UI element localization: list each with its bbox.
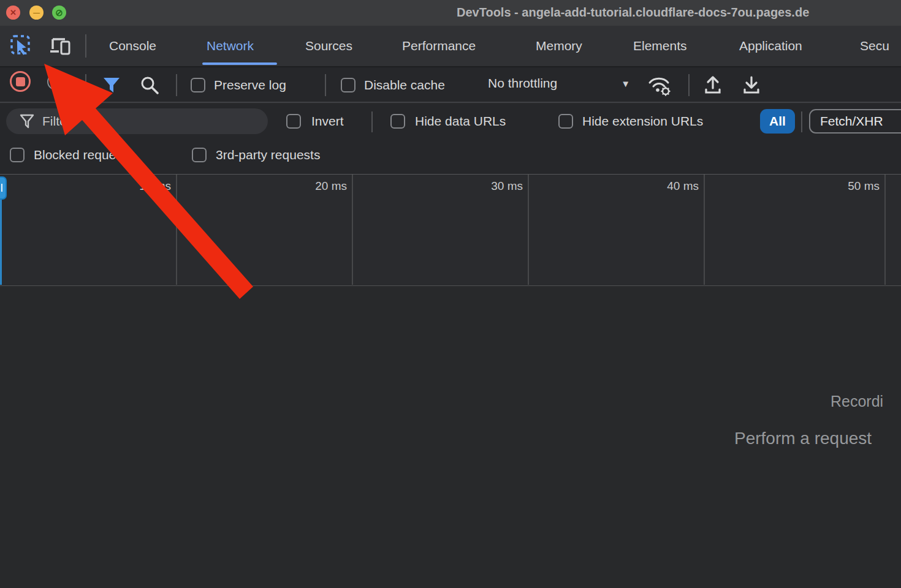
title-bar: ✕ ─ ⊘ DevTools - angela-add-tutorial.clo… [0,0,901,26]
third-party-requests-label: 3rd-party requests [216,148,320,162]
preserve-log-label: Preserve log [214,78,286,92]
tick-label: 30 ms [455,179,523,193]
tick-label: 50 ms [812,179,880,193]
hide-data-urls-checkbox[interactable] [390,114,405,129]
filter-input-container[interactable] [6,108,268,134]
tick-gridline [176,175,177,285]
toolbar-separator [325,74,326,96]
inspect-element-button[interactable] [10,34,33,58]
filter-separator [801,111,802,132]
wifi-gear-icon [647,75,673,97]
tabbar-separator [85,34,86,58]
tick-label: 20 ms [279,179,347,193]
funnel-icon [102,77,121,94]
tab-performance[interactable]: Performance [402,26,476,66]
search-icon [140,75,159,95]
tab-memory[interactable]: Memory [536,26,582,66]
empty-state-recording-text: Recordi [831,393,883,410]
tab-elements[interactable]: Elements [633,26,687,66]
toolbar-separator [176,74,177,96]
secondary-filter-bar: Blocked requests 3rd-party requests [0,138,901,174]
tab-network[interactable]: Network [207,26,254,66]
throttling-dropdown[interactable]: No throttling ▼ [488,76,630,91]
tick-gridline [884,175,886,285]
tick-label: 40 ms [631,179,699,193]
blocked-requests-label: Blocked requests [34,148,132,162]
toolbar-separator [688,74,690,96]
filter-input[interactable] [42,114,245,129]
filter-separator [371,111,373,132]
window-title: DevTools - angela-add-tutorial.cloudflar… [457,6,901,20]
handle-grip-icon [1,184,3,192]
timeline-ruler[interactable]: 10 ms 20 ms 30 ms 40 ms 50 ms [0,174,901,286]
chevron-down-icon: ▼ [621,78,630,89]
close-window-button[interactable]: ✕ [6,6,20,20]
tick-label: 10 ms [104,179,171,193]
devtools-window: ✕ ─ ⊘ DevTools - angela-add-tutorial.clo… [0,0,901,588]
request-type-chip-all[interactable]: All [760,109,795,134]
hide-data-urls-label: Hide data URLs [415,114,506,129]
record-network-log-button[interactable] [10,71,31,92]
disable-cache-label: Disable cache [364,78,445,92]
tab-console[interactable]: Console [109,26,156,66]
upload-icon [702,75,723,96]
network-conditions-button[interactable] [647,75,673,97]
tab-security[interactable]: Secu [860,26,889,66]
tick-gridline [528,175,529,285]
toolbar-separator [85,74,86,96]
record-stop-icon [16,77,25,86]
throttling-value: No throttling [488,76,557,91]
download-icon [741,75,762,96]
invert-label: Invert [311,114,344,129]
funnel-icon [20,114,34,129]
disable-cache-checkbox[interactable] [341,78,355,92]
devtools-tab-bar: Console Network Sources Performance Memo… [0,26,901,67]
tick-gridline [352,175,353,285]
blocked-requests-checkbox[interactable] [10,148,25,162]
network-toolbar: Preserve log Disable cache No throttling… [0,67,901,103]
tick-gridline [704,175,705,285]
fullscreen-window-button[interactable]: ⊘ [52,6,66,20]
export-har-button[interactable] [741,75,762,96]
tab-sources[interactable]: Sources [305,26,352,66]
hide-extension-urls-checkbox[interactable] [558,114,573,129]
search-button[interactable] [140,75,159,95]
preserve-log-checkbox[interactable] [191,78,205,92]
filter-toggle-button[interactable] [102,77,121,94]
third-party-requests-checkbox[interactable] [192,148,207,162]
overview-selection-line [0,200,2,285]
clear-network-log-button[interactable] [47,74,64,90]
request-type-chip-fetch-xhr[interactable]: Fetch/XHR [809,109,901,134]
toggle-device-toolbar-button[interactable] [48,34,72,58]
empty-state-perform-request-text: Perform a request [734,429,872,448]
invert-checkbox[interactable] [286,114,301,129]
minimize-window-button[interactable]: ─ [29,6,44,20]
overview-resize-handle[interactable] [0,176,7,200]
tab-application[interactable]: Application [739,26,802,66]
network-filter-bar: Invert Hide data URLs Hide extension URL… [0,104,901,138]
active-tab-underline [202,62,277,65]
hide-extension-urls-label: Hide extension URLs [582,114,703,129]
import-har-button[interactable] [702,75,723,96]
